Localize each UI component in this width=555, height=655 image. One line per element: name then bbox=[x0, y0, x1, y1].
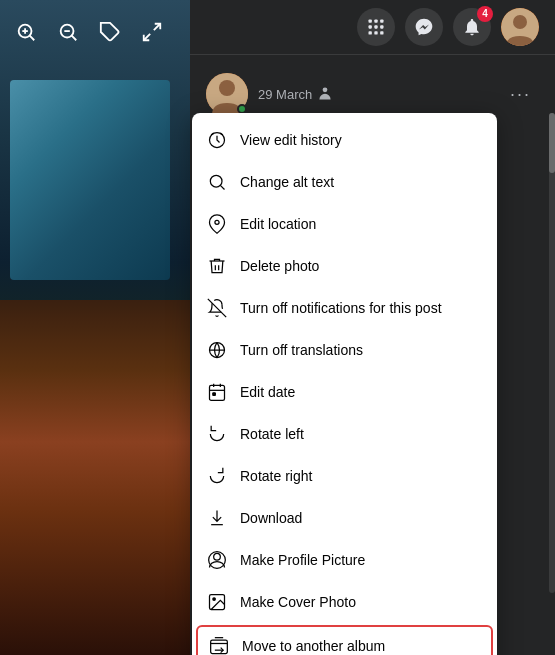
svg-rect-29 bbox=[210, 385, 225, 400]
context-menu: View edit history Change alt text Edit l… bbox=[192, 113, 497, 655]
svg-rect-15 bbox=[380, 25, 383, 28]
svg-rect-33 bbox=[213, 393, 216, 396]
post-date: 29 March bbox=[258, 85, 492, 104]
bell-off-icon bbox=[206, 297, 228, 319]
svg-point-39 bbox=[213, 598, 216, 601]
expand-icon[interactable] bbox=[138, 18, 166, 46]
background-scene bbox=[0, 0, 190, 655]
apps-icon-button[interactable] bbox=[357, 8, 395, 46]
menu-label-make-profile-picture: Make Profile Picture bbox=[240, 552, 365, 568]
search-icon bbox=[206, 171, 228, 193]
menu-item-delete-photo[interactable]: Delete photo bbox=[192, 245, 497, 287]
svg-point-35 bbox=[210, 469, 223, 482]
menu-label-edit-location: Edit location bbox=[240, 216, 316, 232]
menu-item-change-alt-text[interactable]: Change alt text bbox=[192, 161, 497, 203]
scrollbar[interactable] bbox=[549, 113, 555, 593]
globe-icon bbox=[206, 339, 228, 361]
profile-icon bbox=[206, 549, 228, 571]
svg-rect-40 bbox=[211, 640, 228, 653]
menu-item-edit-location[interactable]: Edit location bbox=[192, 203, 497, 245]
menu-label-rotate-right: Rotate right bbox=[240, 468, 312, 484]
menu-label-change-alt-text: Change alt text bbox=[240, 174, 334, 190]
svg-point-34 bbox=[210, 427, 223, 440]
notifications-icon-button[interactable]: 4 bbox=[453, 8, 491, 46]
menu-label-turn-off-translations: Turn off translations bbox=[240, 342, 363, 358]
svg-rect-12 bbox=[380, 20, 383, 23]
menu-label-edit-date: Edit date bbox=[240, 384, 295, 400]
notification-badge: 4 bbox=[477, 6, 493, 22]
menu-item-move-to-album[interactable]: Move to another album bbox=[196, 625, 493, 655]
post-more-button[interactable]: ··· bbox=[502, 80, 539, 109]
menu-item-rotate-right[interactable]: Rotate right bbox=[192, 455, 497, 497]
menu-item-turn-off-notifications[interactable]: Turn off notifications for this post bbox=[192, 287, 497, 329]
menu-label-move-to-album: Move to another album bbox=[242, 638, 385, 654]
calendar-icon bbox=[206, 381, 228, 403]
svg-rect-10 bbox=[369, 20, 372, 23]
zoom-out-icon[interactable] bbox=[54, 18, 82, 46]
album-icon bbox=[208, 635, 230, 655]
svg-line-25 bbox=[220, 185, 224, 189]
messenger-icon-button[interactable] bbox=[405, 8, 443, 46]
clock-icon bbox=[206, 129, 228, 151]
menu-label-delete-photo: Delete photo bbox=[240, 258, 319, 274]
svg-rect-14 bbox=[374, 25, 377, 28]
tag-icon[interactable] bbox=[96, 18, 124, 46]
menu-label-make-cover-photo: Make Cover Photo bbox=[240, 594, 356, 610]
svg-point-20 bbox=[513, 15, 527, 29]
menu-label-download: Download bbox=[240, 510, 302, 526]
header-bar: 4 bbox=[190, 0, 555, 55]
menu-label-turn-off-notifications: Turn off notifications for this post bbox=[240, 300, 442, 316]
svg-point-26 bbox=[215, 220, 219, 224]
audience-icon bbox=[317, 85, 333, 104]
menu-item-make-cover-photo[interactable]: Make Cover Photo bbox=[192, 581, 497, 623]
menu-item-turn-off-translations[interactable]: Turn off translations bbox=[192, 329, 497, 371]
user-avatar-header[interactable] bbox=[501, 8, 539, 46]
download-icon bbox=[206, 507, 228, 529]
scrollbar-thumb[interactable] bbox=[549, 113, 555, 173]
svg-rect-17 bbox=[374, 31, 377, 34]
image-icon bbox=[206, 591, 228, 613]
rotate-left-icon bbox=[206, 423, 228, 445]
zoom-in-icon[interactable] bbox=[12, 18, 40, 46]
svg-line-5 bbox=[71, 35, 76, 40]
location-icon bbox=[206, 213, 228, 235]
svg-rect-18 bbox=[380, 31, 383, 34]
menu-item-view-edit-history[interactable]: View edit history bbox=[192, 119, 497, 161]
menu-item-rotate-left[interactable]: Rotate left bbox=[192, 413, 497, 455]
svg-rect-13 bbox=[369, 25, 372, 28]
trash-icon bbox=[206, 255, 228, 277]
top-toolbar bbox=[0, 10, 190, 54]
menu-label-rotate-left: Rotate left bbox=[240, 426, 304, 442]
svg-line-9 bbox=[144, 34, 150, 40]
svg-line-27 bbox=[208, 299, 226, 317]
svg-line-1 bbox=[29, 35, 34, 40]
rotate-right-icon bbox=[206, 465, 228, 487]
menu-item-make-profile-picture[interactable]: Make Profile Picture bbox=[192, 539, 497, 581]
menu-item-download[interactable]: Download bbox=[192, 497, 497, 539]
svg-line-8 bbox=[154, 24, 160, 30]
post-author-avatar[interactable] bbox=[206, 73, 248, 115]
svg-rect-16 bbox=[369, 31, 372, 34]
menu-label-view-edit-history: View edit history bbox=[240, 132, 342, 148]
svg-point-24 bbox=[210, 175, 222, 187]
svg-point-22 bbox=[219, 80, 235, 96]
post-meta: 29 March bbox=[258, 85, 492, 104]
svg-point-36 bbox=[214, 553, 221, 560]
menu-item-edit-date[interactable]: Edit date bbox=[192, 371, 497, 413]
svg-rect-11 bbox=[374, 20, 377, 23]
